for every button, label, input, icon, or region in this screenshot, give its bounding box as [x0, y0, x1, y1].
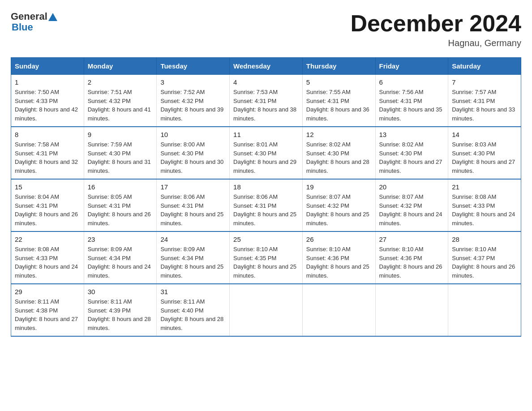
header-saturday: Saturday: [448, 58, 521, 75]
sunset-label: Sunset: 4:31 PM: [452, 98, 495, 104]
day-info: Sunrise: 8:11 AM Sunset: 4:38 PM Dayligh…: [15, 297, 80, 332]
day-number: 15: [15, 183, 80, 191]
day-info: Sunrise: 7:53 AM Sunset: 4:31 PM Dayligh…: [233, 88, 299, 123]
daylight-label: Daylight: 8 hours and 30 minutes.: [160, 158, 223, 174]
sunset-label: Sunset: 4:36 PM: [306, 255, 349, 261]
day-number: 11: [233, 131, 299, 138]
calendar-day-cell: 21 Sunrise: 8:08 AM Sunset: 4:33 PM Dayl…: [448, 179, 521, 231]
calendar-day-cell: 26 Sunrise: 8:10 AM Sunset: 4:36 PM Dayl…: [302, 231, 375, 284]
daylight-label: Daylight: 8 hours and 42 minutes.: [15, 106, 78, 122]
sunrise-label: Sunrise: 8:11 AM: [15, 298, 59, 305]
day-info: Sunrise: 8:04 AM Sunset: 4:31 PM Dayligh…: [15, 193, 80, 227]
daylight-label: Daylight: 8 hours and 28 minutes.: [88, 316, 151, 331]
day-number: 9: [88, 131, 153, 138]
calendar-day-cell: 27 Sunrise: 8:10 AM Sunset: 4:36 PM Dayl…: [375, 231, 448, 284]
day-number: 3: [160, 78, 226, 86]
daylight-label: Daylight: 8 hours and 24 minutes.: [379, 211, 442, 227]
day-info: Sunrise: 8:11 AM Sunset: 4:39 PM Dayligh…: [88, 297, 153, 332]
daylight-label: Daylight: 8 hours and 26 minutes.: [88, 211, 151, 227]
header-tuesday: Tuesday: [157, 58, 230, 75]
sunrise-label: Sunrise: 7:57 AM: [452, 89, 496, 95]
sunrise-label: Sunrise: 8:06 AM: [160, 193, 205, 200]
day-info: Sunrise: 8:10 AM Sunset: 4:37 PM Dayligh…: [452, 245, 517, 280]
day-number: 4: [233, 78, 299, 86]
day-number: 25: [233, 235, 299, 243]
sunrise-label: Sunrise: 8:09 AM: [88, 246, 132, 253]
sunset-label: Sunset: 4:30 PM: [379, 150, 422, 157]
sunset-label: Sunset: 4:36 PM: [379, 255, 422, 261]
sunset-label: Sunset: 4:33 PM: [15, 98, 58, 104]
day-info: Sunrise: 7:56 AM Sunset: 4:31 PM Dayligh…: [379, 88, 445, 123]
calendar-day-cell: 31 Sunrise: 8:11 AM Sunset: 4:40 PM Dayl…: [157, 284, 230, 336]
day-number: 26: [306, 235, 372, 243]
logo-general-text: General: [11, 11, 47, 22]
day-number: 23: [88, 235, 153, 243]
sunset-label: Sunset: 4:37 PM: [452, 255, 495, 261]
calendar-day-cell: 2 Sunrise: 7:51 AM Sunset: 4:32 PM Dayli…: [84, 75, 157, 127]
sunset-label: Sunset: 4:33 PM: [15, 255, 58, 261]
daylight-label: Daylight: 8 hours and 35 minutes.: [379, 106, 442, 122]
sunset-label: Sunset: 4:38 PM: [15, 307, 58, 314]
day-number: 6: [379, 78, 445, 86]
sunset-label: Sunset: 4:31 PM: [15, 150, 58, 157]
sunrise-label: Sunrise: 7:58 AM: [15, 141, 59, 148]
day-info: Sunrise: 8:09 AM Sunset: 4:34 PM Dayligh…: [88, 245, 153, 280]
calendar-week-row: 29 Sunrise: 8:11 AM Sunset: 4:38 PM Dayl…: [11, 284, 521, 336]
day-number: 16: [88, 183, 153, 191]
day-number: 17: [160, 183, 226, 191]
day-number: 30: [88, 288, 153, 295]
sunset-label: Sunset: 4:39 PM: [88, 307, 131, 314]
daylight-label: Daylight: 8 hours and 28 minutes.: [306, 158, 369, 174]
sunset-label: Sunset: 4:30 PM: [452, 150, 495, 157]
daylight-label: Daylight: 8 hours and 39 minutes.: [160, 106, 223, 122]
daylight-label: Daylight: 8 hours and 24 minutes.: [15, 263, 78, 279]
calendar-location: Hagnau, Germany: [350, 38, 521, 48]
sunrise-label: Sunrise: 8:03 AM: [452, 141, 496, 148]
sunrise-label: Sunrise: 8:10 AM: [233, 246, 278, 253]
daylight-label: Daylight: 8 hours and 26 minutes.: [15, 211, 78, 227]
sunrise-label: Sunrise: 8:06 AM: [233, 193, 278, 200]
calendar-day-cell: 28 Sunrise: 8:10 AM Sunset: 4:37 PM Dayl…: [448, 231, 521, 284]
day-info: Sunrise: 8:03 AM Sunset: 4:30 PM Dayligh…: [452, 140, 517, 175]
sunset-label: Sunset: 4:32 PM: [379, 202, 422, 209]
sunrise-label: Sunrise: 8:02 AM: [379, 141, 424, 148]
sunrise-label: Sunrise: 8:00 AM: [160, 141, 205, 148]
calendar-day-cell: 19 Sunrise: 8:07 AM Sunset: 4:32 PM Dayl…: [302, 179, 375, 231]
sunset-label: Sunset: 4:31 PM: [160, 202, 203, 209]
daylight-label: Daylight: 8 hours and 32 minutes.: [15, 158, 78, 174]
day-number: 14: [452, 131, 517, 138]
day-number: 29: [15, 288, 80, 295]
daylight-label: Daylight: 8 hours and 26 minutes.: [452, 263, 515, 279]
sunrise-label: Sunrise: 7:55 AM: [306, 89, 351, 95]
day-number: 18: [233, 183, 299, 191]
daylight-label: Daylight: 8 hours and 26 minutes.: [379, 263, 442, 279]
sunrise-label: Sunrise: 8:08 AM: [452, 193, 496, 200]
calendar-day-cell: 24 Sunrise: 8:09 AM Sunset: 4:34 PM Dayl…: [157, 231, 230, 284]
sunset-label: Sunset: 4:31 PM: [233, 202, 276, 209]
daylight-label: Daylight: 8 hours and 38 minutes.: [233, 106, 296, 122]
day-number: 28: [452, 235, 517, 243]
daylight-label: Daylight: 8 hours and 25 minutes.: [233, 263, 296, 279]
day-info: Sunrise: 7:51 AM Sunset: 4:32 PM Dayligh…: [88, 88, 153, 123]
day-info: Sunrise: 8:09 AM Sunset: 4:34 PM Dayligh…: [160, 245, 226, 280]
calendar-day-cell: 8 Sunrise: 7:58 AM Sunset: 4:31 PM Dayli…: [11, 127, 84, 179]
day-info: Sunrise: 7:57 AM Sunset: 4:31 PM Dayligh…: [452, 88, 517, 123]
sunset-label: Sunset: 4:34 PM: [160, 255, 203, 261]
calendar-week-row: 1 Sunrise: 7:50 AM Sunset: 4:33 PM Dayli…: [11, 75, 521, 127]
calendar-day-cell: 3 Sunrise: 7:52 AM Sunset: 4:32 PM Dayli…: [157, 75, 230, 127]
day-number: 2: [88, 78, 153, 86]
day-info: Sunrise: 7:52 AM Sunset: 4:32 PM Dayligh…: [160, 88, 226, 123]
daylight-label: Daylight: 8 hours and 36 minutes.: [306, 106, 369, 122]
calendar-day-cell: 25 Sunrise: 8:10 AM Sunset: 4:35 PM Dayl…: [230, 231, 303, 284]
logo-triangle-icon: [48, 13, 57, 21]
sunrise-label: Sunrise: 8:11 AM: [88, 298, 132, 305]
daylight-label: Daylight: 8 hours and 25 minutes.: [160, 211, 223, 227]
days-of-week-row: Sunday Monday Tuesday Wednesday Thursday…: [11, 58, 521, 75]
day-info: Sunrise: 8:00 AM Sunset: 4:30 PM Dayligh…: [160, 140, 226, 175]
calendar-week-row: 22 Sunrise: 8:08 AM Sunset: 4:33 PM Dayl…: [11, 231, 521, 284]
sunrise-label: Sunrise: 8:07 AM: [306, 193, 351, 200]
calendar-day-cell: [230, 284, 303, 336]
calendar-day-cell: [375, 284, 448, 336]
day-number: 13: [379, 131, 445, 138]
calendar-day-cell: 5 Sunrise: 7:55 AM Sunset: 4:31 PM Dayli…: [302, 75, 375, 127]
